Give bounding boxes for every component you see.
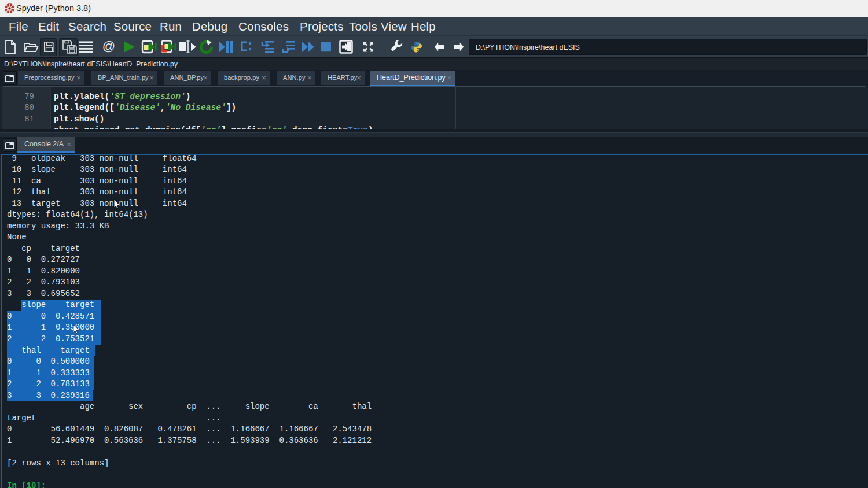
svg-text:@: @ bbox=[102, 40, 115, 53]
